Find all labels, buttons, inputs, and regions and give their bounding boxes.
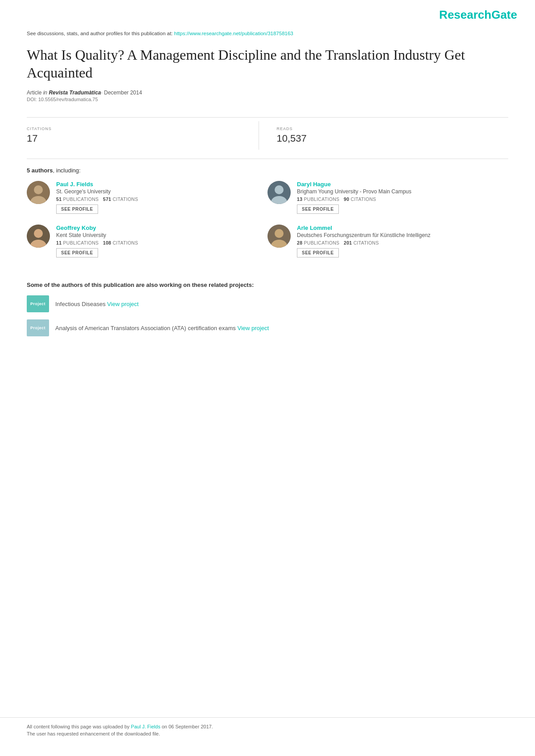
notice-url[interactable]: https://www.researchgate.net/publication… bbox=[174, 31, 293, 36]
authors-col-right: Daryl Hague Brigham Young University - P… bbox=[268, 181, 508, 268]
author-info-paul-fields: Paul J. Fields St. George's University 5… bbox=[56, 181, 268, 214]
author-card-arle-lommel: Arle Lommel Deutsches Forschungszentrum … bbox=[268, 225, 508, 257]
authors-heading: 5 authors, including: bbox=[27, 167, 508, 174]
author-affiliation-daryl-hague: Brigham Young University - Provo Main Ca… bbox=[297, 188, 508, 195]
see-profile-paul-fields[interactable]: SEE PROFILE bbox=[56, 204, 98, 214]
article-doi: DOI: 10.5565/rev/tradumatica.75 bbox=[27, 97, 508, 102]
author-card-geoffrey-koby: Geoffrey Koby Kent State University 11 P… bbox=[27, 225, 268, 257]
svg-point-1 bbox=[34, 185, 43, 194]
authors-section: 5 authors, including: Paul J. Fields bbox=[0, 163, 535, 277]
title-section: What Is Quality? A Management Discipline… bbox=[0, 38, 535, 115]
see-profile-arle-lommel[interactable]: SEE PROFILE bbox=[297, 248, 339, 257]
project-text-1: Infectious Diseases View project bbox=[55, 301, 139, 307]
author-card-daryl-hague: Daryl Hague Brigham Young University - P… bbox=[268, 181, 508, 214]
footer-upload-date: on 06 September 2017. bbox=[162, 724, 213, 729]
authors-grid: Paul J. Fields St. George's University 5… bbox=[27, 181, 508, 268]
footer: All content following this page was uplo… bbox=[0, 717, 535, 738]
author-name-arle-lommel[interactable]: Arle Lommel bbox=[297, 225, 508, 231]
article-type: Article bbox=[27, 90, 41, 96]
avatar-geoffrey-koby bbox=[27, 225, 50, 248]
footer-uploader-link[interactable]: Paul J. Fields bbox=[131, 724, 160, 729]
svg-point-4 bbox=[34, 229, 43, 238]
project-item-1: Project Infectious Diseases View project bbox=[27, 295, 508, 312]
svg-point-7 bbox=[275, 185, 284, 194]
researchgate-logo: ResearchGate bbox=[439, 8, 517, 22]
project-text-2: Analysis of American Translators Associa… bbox=[55, 325, 269, 331]
article-meta: Article in Revista Tradumàtica· December… bbox=[27, 90, 508, 96]
authors-col-left: Paul J. Fields St. George's University 5… bbox=[27, 181, 268, 268]
article-title: What Is Quality? A Management Discipline… bbox=[27, 46, 508, 82]
avatar-paul-fields bbox=[27, 181, 50, 204]
related-section: Some of the authors of this publication … bbox=[0, 277, 535, 352]
stats-section: CITATIONS 17 READS 10,537 bbox=[0, 121, 535, 150]
related-heading: Some of the authors of this publication … bbox=[27, 282, 508, 288]
author-affiliation-geoffrey-koby: Kent State University bbox=[56, 232, 268, 238]
reads-value: 10,537 bbox=[277, 133, 509, 144]
citations-label: CITATIONS bbox=[27, 127, 259, 131]
authors-heading-end: , including: bbox=[53, 167, 81, 174]
avatar-arle-lommel bbox=[268, 225, 291, 248]
author-info-daryl-hague: Daryl Hague Brigham Young University - P… bbox=[297, 181, 508, 214]
project-link-2[interactable]: View project bbox=[237, 325, 269, 331]
author-name-daryl-hague[interactable]: Daryl Hague bbox=[297, 181, 508, 188]
author-stats-daryl-hague: 13 PUBLICATIONS 90 CITATIONS bbox=[297, 196, 508, 202]
author-info-arle-lommel: Arle Lommel Deutsches Forschungszentrum … bbox=[297, 225, 508, 257]
project-badge-2: Project bbox=[27, 319, 49, 336]
top-notice: See discussions, stats, and author profi… bbox=[0, 26, 535, 38]
article-date: · December 2014 bbox=[101, 90, 142, 96]
project-item-2: Project Analysis of American Translators… bbox=[27, 319, 508, 336]
reads-block: READS 10,537 bbox=[259, 121, 509, 150]
author-name-paul-fields[interactable]: Paul J. Fields bbox=[56, 181, 268, 188]
footer-enhancement-text: The user has requested enhancement of th… bbox=[27, 731, 508, 736]
author-affiliation-arle-lommel: Deutsches Forschungszentrum für Künstlic… bbox=[297, 232, 508, 238]
article-in: in bbox=[43, 90, 49, 96]
author-stats-paul-fields: 51 PUBLICATIONS 571 CITATIONS bbox=[56, 196, 268, 202]
citations-block: CITATIONS 17 bbox=[27, 121, 259, 150]
project-badge-1: Project bbox=[27, 295, 49, 312]
article-journal: Revista Tradumàtica bbox=[49, 90, 101, 96]
author-stats-geoffrey-koby: 11 PUBLICATIONS 108 CITATIONS bbox=[56, 240, 268, 245]
header: ResearchGate bbox=[0, 0, 535, 26]
authors-count: 5 authors bbox=[27, 167, 53, 174]
avatar-daryl-hague bbox=[268, 181, 291, 204]
reads-label: READS bbox=[277, 127, 509, 131]
author-affiliation-paul-fields: St. George's University bbox=[56, 188, 268, 195]
author-info-geoffrey-koby: Geoffrey Koby Kent State University 11 P… bbox=[56, 225, 268, 257]
stats-top-divider bbox=[27, 117, 508, 118]
author-stats-arle-lommel: 28 PUBLICATIONS 201 CITATIONS bbox=[297, 240, 508, 245]
see-profile-geoffrey-koby[interactable]: SEE PROFILE bbox=[56, 248, 98, 257]
svg-point-10 bbox=[275, 229, 284, 238]
citations-value: 17 bbox=[27, 133, 259, 144]
notice-text: See discussions, stats, and author profi… bbox=[27, 31, 173, 36]
project-link-1[interactable]: View project bbox=[107, 301, 139, 307]
author-card-paul-fields: Paul J. Fields St. George's University 5… bbox=[27, 181, 268, 214]
see-profile-daryl-hague[interactable]: SEE PROFILE bbox=[297, 204, 339, 214]
footer-upload-text: All content following this page was uplo… bbox=[27, 724, 508, 729]
author-name-geoffrey-koby[interactable]: Geoffrey Koby bbox=[56, 225, 268, 231]
footer-upload-prefix: All content following this page was uplo… bbox=[27, 724, 130, 729]
stats-bottom-divider bbox=[27, 159, 508, 159]
